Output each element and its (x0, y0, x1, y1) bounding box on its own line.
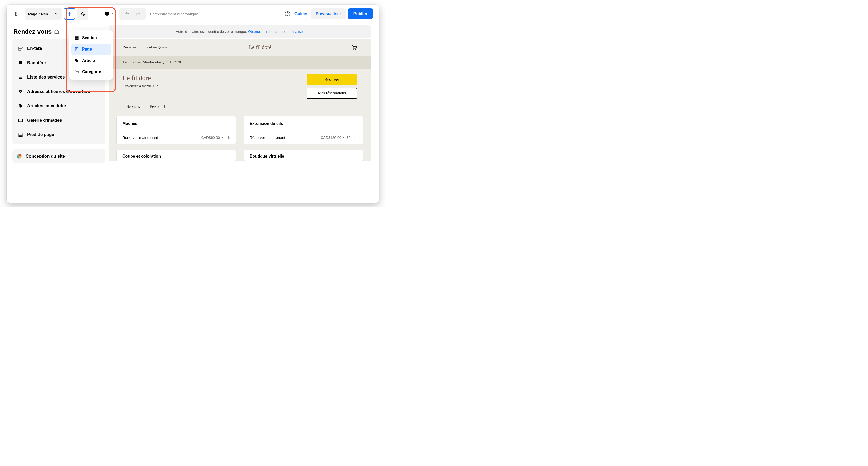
add-menu-section[interactable]: Section (71, 32, 111, 43)
service-card[interactable]: Mèches Réserver maintenant CAD$60.00 • 1… (117, 116, 236, 144)
redo-button[interactable] (133, 11, 144, 16)
site-design-label: Conception du site (26, 154, 65, 159)
service-card[interactable]: Extension de cils Réserver maintenant CA… (244, 116, 363, 144)
service-action[interactable]: Réserver maintenant (122, 135, 158, 140)
footer-icon (18, 133, 23, 137)
desktop-icon (105, 12, 110, 16)
tag-icon (74, 58, 79, 63)
svg-rect-1 (106, 15, 108, 16)
svg-rect-12 (19, 77, 22, 78)
svg-rect-15 (19, 133, 22, 135)
tab-services[interactable]: Services (127, 105, 140, 109)
nav-shop-all[interactable]: Tout magasiner (145, 45, 169, 50)
site-brand: Le fil doré (249, 45, 271, 50)
sidebar-item-footer[interactable]: Pied de page (14, 127, 103, 142)
undo-button[interactable] (122, 11, 133, 16)
service-title: Mèches (122, 121, 230, 126)
sidebar-item-label: Articles en vedette (27, 104, 66, 109)
tab-staff[interactable]: Personnel (150, 105, 165, 109)
svg-rect-13 (19, 78, 22, 79)
add-button[interactable] (64, 8, 75, 20)
svg-rect-11 (19, 76, 22, 77)
add-menu-label: Article (82, 58, 95, 63)
header-icon (18, 46, 23, 51)
cart-button[interactable] (351, 45, 357, 50)
add-menu-page[interactable]: Page (71, 43, 111, 55)
domain-banner: Votre domaine est l'identité de votre ma… (109, 25, 371, 38)
add-menu-label: Section (82, 36, 97, 40)
nav-reserve[interactable]: Réserver (123, 45, 136, 50)
canvas: Votre domaine est l'identité de votre ma… (107, 23, 379, 203)
home-icon (54, 29, 59, 34)
add-menu-label: Page (82, 47, 92, 52)
service-title: Boutique virtuelle (250, 154, 284, 158)
service-card[interactable]: Coupe et coloration (117, 150, 236, 161)
svg-rect-6 (75, 39, 79, 40)
topbar: Page : Ren… Enregistrement automatique (7, 5, 379, 23)
chevron-down-icon (54, 12, 58, 16)
svg-rect-4 (75, 36, 79, 37)
sidebar-item-label: Adresse et heures d'ouverture (27, 89, 90, 94)
gear-icon (80, 11, 85, 17)
cart-icon (351, 45, 357, 50)
svg-point-17 (353, 49, 354, 50)
add-menu-article[interactable]: Article (71, 55, 111, 66)
sidebar-item-gallery[interactable]: Galerie d'images (14, 113, 103, 127)
page-selector-label: Page : Ren… (28, 12, 52, 16)
add-menu-category[interactable]: Catégorie (71, 66, 111, 78)
add-menu: Section Page Article Catégorie (69, 30, 113, 80)
site-title: Le fil doré (123, 74, 163, 82)
svg-rect-8 (76, 49, 78, 50)
list-icon (18, 75, 23, 80)
domain-banner-link[interactable]: Obtenez un domaine personnalisé. (248, 30, 304, 34)
site-design-link[interactable]: Conception du site (17, 154, 100, 159)
guides-link[interactable]: Guides (294, 9, 309, 19)
help-icon (285, 11, 290, 17)
help-button[interactable] (283, 9, 292, 18)
section-icon (74, 36, 79, 40)
my-reservations-button[interactable]: Mes réservations (307, 88, 357, 99)
add-menu-label: Catégorie (82, 69, 101, 74)
page-selector[interactable]: Page : Ren… (25, 8, 62, 20)
redo-icon (135, 11, 141, 16)
folder-icon (74, 69, 79, 74)
publish-button[interactable]: Publier (348, 8, 373, 19)
service-meta: CAD$60.00 • 1 h (202, 136, 230, 140)
sidebar-item-label: Pied de page (27, 132, 54, 137)
site-subtitle: Ouverture à mardi 09 h 00 (123, 84, 163, 88)
svg-point-18 (355, 49, 356, 50)
settings-button[interactable] (77, 8, 89, 20)
site-preview: Réserver Tout magasiner Le fil doré 170 … (109, 39, 371, 161)
caret-down-icon (111, 12, 114, 16)
autosave-status: Enregistrement automatique (150, 12, 198, 16)
svg-rect-9 (19, 47, 22, 48)
plus-icon (67, 11, 72, 17)
bookmark-icon (18, 61, 23, 65)
domain-banner-text: Votre domaine est l'identité de votre ma… (176, 30, 248, 34)
svg-rect-16 (19, 136, 22, 137)
sidebar-item-featured[interactable]: Articles en vedette (14, 99, 103, 113)
svg-rect-5 (75, 38, 79, 39)
palette-icon (17, 154, 22, 158)
service-meta: CAD$120.00 • 30 min (321, 136, 357, 140)
sidebar-item-label: Bannière (27, 60, 46, 65)
sidebar-item-label: En-tête (27, 46, 42, 51)
undo-redo-group (119, 8, 146, 20)
service-action[interactable]: Réserver maintenant (250, 135, 285, 140)
svg-rect-0 (105, 12, 109, 15)
site-address-bar: 170 rue Parc Sherbrooke QC J1K2V8 (109, 56, 371, 68)
sidebar-item-label: Liste des services (27, 75, 65, 80)
back-icon[interactable] (11, 8, 23, 20)
preview-button[interactable]: Prévisualiser (311, 8, 346, 19)
sidebar-item-label: Galerie d'images (27, 118, 62, 123)
page-title-text: Rendez-vous (13, 28, 52, 35)
sidebar-item-address[interactable]: Adresse et heures d'ouverture (14, 84, 103, 99)
service-title: Extension de cils (250, 121, 357, 126)
svg-rect-10 (19, 49, 22, 50)
svg-rect-7 (75, 48, 78, 51)
tag-icon (18, 104, 23, 108)
reserve-button[interactable]: Réserver (307, 74, 357, 85)
device-selector[interactable] (102, 8, 117, 20)
undo-icon (124, 11, 130, 16)
service-card[interactable]: Boutique virtuelle (244, 150, 363, 161)
